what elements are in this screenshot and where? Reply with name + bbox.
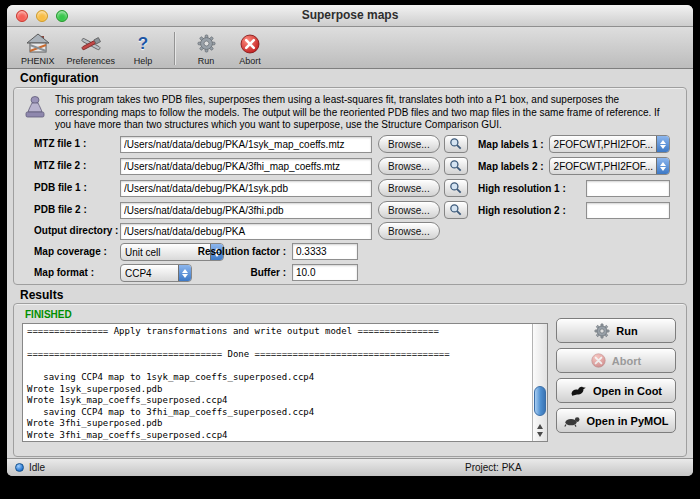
form-row-pdb-2: PDB file 2 : Browse... High resolution 2… <box>34 200 670 220</box>
pdb-file-1-browse-button[interactable]: Browse... <box>378 179 440 197</box>
high-resolution-2-label: High resolution 2 : <box>478 205 566 216</box>
pdb-file-1-input[interactable] <box>120 180 372 197</box>
toolbar-label: Run <box>198 56 215 66</box>
title-bar[interactable]: Superpose maps <box>7 5 693 27</box>
abort-x-icon <box>591 353 606 368</box>
toolbar-item-help[interactable]: ? Help <box>121 28 165 68</box>
toolbar-label: Help <box>134 56 153 66</box>
buffer-label: Buffer : <box>174 267 286 278</box>
open-in-coot-button[interactable]: Open in Coot <box>556 378 676 403</box>
output-directory-label: Output directory : <box>34 225 118 236</box>
map-labels-2-label: Map labels 2 : <box>478 161 544 172</box>
high-resolution-1-label: High resolution 1 : <box>478 183 566 194</box>
magnifier-icon <box>449 181 462 196</box>
dropdown-arrows-icon <box>656 158 669 174</box>
pdb-file-2-inspect-button[interactable] <box>444 201 468 219</box>
dropdown-value: 2FOFCWT,PHI2FOF... <box>550 161 656 172</box>
close-button[interactable] <box>16 10 28 22</box>
scroll-down-arrow-icon[interactable] <box>537 432 543 437</box>
program-description: This program takes two PDB files, superp… <box>23 94 676 132</box>
dropdown-arrows-icon <box>656 136 669 152</box>
magnifier-icon <box>449 137 462 152</box>
toolbar-label: PHENIX <box>21 56 55 66</box>
mtz-file-2-inspect-button[interactable] <box>444 157 468 175</box>
project-label: Project: PKA <box>465 462 522 473</box>
pdb-file-1-inspect-button[interactable] <box>444 179 468 197</box>
form-row-mtz-1: MTZ file 1 : Browse... Map labels 1 : 2F… <box>34 134 670 154</box>
magnifier-icon <box>449 203 462 218</box>
high-resolution-1-input[interactable] <box>586 180 670 197</box>
status-finished-label: FINISHED <box>25 309 72 320</box>
toolbar-item-phenix[interactable]: PHENIX <box>15 28 61 68</box>
status-bar: Idle Project: PKA <box>7 458 693 476</box>
mtz-file-2-input[interactable] <box>120 158 372 175</box>
scroll-up-arrow-icon[interactable] <box>537 424 543 429</box>
mtz-file-2-browse-button[interactable]: Browse... <box>378 157 440 175</box>
mtz-file-1-inspect-button[interactable] <box>444 135 468 153</box>
status-text: Idle <box>29 462 45 473</box>
run-button-label: Run <box>616 325 637 337</box>
abort-button-label: Abort <box>612 355 641 367</box>
pdb-file-2-label: PDB file 2 : <box>34 204 87 215</box>
map-labels-1-dropdown[interactable]: 2FOFCWT,PHI2FOF... <box>549 135 670 153</box>
abort-button[interactable]: Abort <box>556 348 676 373</box>
toolbar-item-preferences[interactable]: Preferences <box>61 28 122 68</box>
toolbar-item-abort[interactable]: Abort <box>228 28 272 68</box>
configuration-heading: Configuration <box>20 71 99 85</box>
crossed-tools-icon <box>79 32 103 55</box>
zoom-button[interactable] <box>56 10 68 22</box>
window-controls <box>16 10 68 22</box>
toolbar-separator <box>174 32 175 65</box>
dropdown-value: CCP4 <box>121 268 178 279</box>
log-console[interactable]: =============== Apply transformations an… <box>22 323 548 442</box>
toolbar-label: Preferences <box>67 56 116 66</box>
log-text: =============== Apply transformations an… <box>23 324 532 441</box>
results-panel: FINISHED =============== Apply transform… <box>13 303 687 457</box>
form-row-map-format: Map format : CCP4 Buffer : <box>34 263 670 283</box>
map-coverage-label: Map coverage : <box>34 246 107 257</box>
map-labels-2-dropdown[interactable]: 2FOFCWT,PHI2FOF... <box>549 157 670 175</box>
map-format-label: Map format : <box>34 267 94 278</box>
form-row-pdb-1: PDB file 1 : Browse... High resolution 1… <box>34 178 670 198</box>
program-stamp-icon <box>23 94 55 132</box>
pdb-file-2-input[interactable] <box>120 202 372 219</box>
mtz-file-1-input[interactable] <box>120 136 372 153</box>
status-indicator-icon <box>15 463 24 472</box>
screen: { "window": { "title": "Superpose maps" … <box>0 0 700 499</box>
configuration-panel: This program takes two PDB files, superp… <box>13 87 687 285</box>
resolution-factor-input[interactable] <box>292 243 358 260</box>
console-scrollbar[interactable] <box>532 324 547 441</box>
form-row-mtz-2: MTZ file 2 : Browse... Map labels 2 : 2F… <box>34 156 670 176</box>
buffer-input[interactable] <box>292 264 358 281</box>
resolution-factor-label: Resolution factor : <box>174 246 286 257</box>
gear-icon <box>594 323 610 339</box>
pdb-file-1-label: PDB file 1 : <box>34 182 87 193</box>
output-directory-input[interactable] <box>120 223 372 240</box>
mtz-file-1-browse-button[interactable]: Browse... <box>378 135 440 153</box>
results-heading: Results <box>20 288 63 302</box>
description-text: This program takes two PDB files, superp… <box>55 94 676 132</box>
phenix-home-icon <box>26 32 50 55</box>
abort-x-icon <box>240 32 260 55</box>
toolbar-item-run[interactable]: Run <box>184 28 228 68</box>
high-resolution-2-input[interactable] <box>586 202 670 219</box>
app-window: Superpose maps PHENIX <box>7 5 693 476</box>
open-in-pymol-button[interactable]: Open in PyMOL <box>556 408 676 433</box>
magnifier-icon <box>449 159 462 174</box>
scrollbar-thumb[interactable] <box>534 386 546 416</box>
action-buttons: Run Abort Open in Coot <box>556 318 676 433</box>
output-directory-browse-button[interactable]: Browse... <box>378 222 440 240</box>
toolbar: PHENIX Preferences ? Help <box>7 27 693 69</box>
toolbar-label: Abort <box>239 56 261 66</box>
form-row-output-directory: Output directory : Browse... <box>34 221 670 241</box>
window-title: Superpose maps <box>7 5 693 26</box>
pdb-file-2-browse-button[interactable]: Browse... <box>378 201 440 219</box>
pymol-icon <box>564 415 581 427</box>
open-in-coot-label: Open in Coot <box>593 385 662 397</box>
open-in-pymol-label: Open in PyMOL <box>587 415 669 427</box>
minimize-button[interactable] <box>36 10 48 22</box>
mtz-file-2-label: MTZ file 2 : <box>34 160 86 171</box>
question-mark-icon: ? <box>138 32 148 55</box>
run-button[interactable]: Run <box>556 318 676 343</box>
map-labels-1-label: Map labels 1 : <box>478 139 544 150</box>
